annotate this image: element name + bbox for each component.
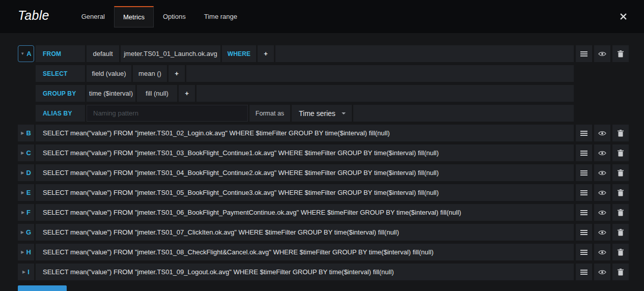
query-text[interactable]: SELECT mean("value") FROM "jmeter.TS01_0… <box>36 224 574 241</box>
query-row-e: ▶ E SELECT mean("value") FROM "jmeter.TS… <box>18 184 629 201</box>
query-text[interactable]: SELECT mean("value") FROM "jmeter.TS01_0… <box>36 164 574 181</box>
menu-icon <box>580 130 587 136</box>
toggle-visibility-button[interactable] <box>594 125 610 141</box>
tab-options[interactable]: Options <box>154 0 195 33</box>
metrics-editor: ▼ A FROM default jmeter.TS01_01_Launch.o… <box>0 33 644 291</box>
query-letter-label: I <box>27 268 30 276</box>
delete-query-button[interactable] <box>612 125 629 141</box>
toggle-visibility-button[interactable] <box>594 144 610 161</box>
close-editor-button[interactable] <box>618 11 629 22</box>
delete-query-button[interactable] <box>612 204 629 221</box>
query-collapse-toggle[interactable]: ▶ F <box>18 204 34 221</box>
query-row-i: ▶ I SELECT mean("value") FROM "jmeter.TS… <box>18 264 629 280</box>
measurement-segment[interactable]: jmeter.TS01_01_Launch.ok.avg <box>121 45 220 62</box>
query-text[interactable]: SELECT mean("value") FROM "jmeter.TS01_0… <box>36 264 574 280</box>
add-query-button[interactable] <box>18 285 67 291</box>
row-filler <box>197 85 574 102</box>
eye-icon <box>598 51 606 56</box>
delete-query-button[interactable] <box>612 224 629 241</box>
query-menu-button[interactable] <box>576 244 592 260</box>
toggle-visibility-button[interactable] <box>594 264 610 280</box>
query-menu-button[interactable] <box>576 184 592 201</box>
datasource-segment[interactable]: default <box>87 45 119 62</box>
query-collapse-toggle[interactable]: ▶ H <box>18 244 34 260</box>
add-groupby-part-button[interactable]: + <box>179 85 195 102</box>
delete-query-button[interactable] <box>612 264 629 280</box>
query-menu-button[interactable] <box>576 264 592 280</box>
query-a-groupby-row: GROUP BY time ($interval) fill (null) + <box>36 85 574 102</box>
eye-icon <box>598 131 606 136</box>
trash-icon <box>618 269 624 276</box>
add-where-condition-button[interactable]: + <box>258 45 274 62</box>
tab-general[interactable]: General <box>72 0 114 33</box>
caret-right-icon: ▶ <box>22 270 25 274</box>
query-collapse-toggle[interactable]: ▶ G <box>18 224 34 241</box>
delete-query-button[interactable] <box>612 184 629 201</box>
query-text[interactable]: SELECT mean("value") FROM "jmeter.TS01_0… <box>36 204 574 221</box>
eye-icon <box>598 230 606 235</box>
alias-input[interactable] <box>87 105 248 122</box>
groupby-time-segment[interactable]: time ($interval) <box>87 85 135 102</box>
format-as-select[interactable]: Time series <box>292 105 352 122</box>
format-as-label: Format as <box>249 105 290 122</box>
select-function-segment[interactable]: mean () <box>133 65 167 82</box>
tab-metrics[interactable]: Metrics <box>114 6 154 27</box>
eye-icon <box>598 210 606 215</box>
add-select-part-button[interactable]: + <box>169 65 185 82</box>
toggle-visibility-button[interactable] <box>594 204 610 221</box>
query-row-d: ▶ D SELECT mean("value") FROM "jmeter.TS… <box>18 164 629 181</box>
query-menu-button[interactable] <box>576 45 592 62</box>
trash-icon <box>618 249 624 256</box>
toggle-visibility-button[interactable] <box>594 184 610 201</box>
query-text[interactable]: SELECT mean("value") FROM "jmeter.TS01_0… <box>36 184 574 201</box>
trash-icon <box>618 130 624 137</box>
query-text[interactable]: SELECT mean("value") FROM "jmeter.TS01_0… <box>36 144 574 161</box>
caret-right-icon: ▶ <box>21 171 24 175</box>
delete-query-button[interactable] <box>612 244 629 260</box>
eye-icon <box>598 250 606 255</box>
delete-query-button[interactable] <box>612 144 629 161</box>
query-menu-button[interactable] <box>576 164 592 181</box>
menu-icon <box>580 249 587 255</box>
from-keyword: FROM <box>36 45 85 62</box>
query-collapse-toggle[interactable]: ▶ E <box>18 184 34 201</box>
query-text[interactable]: SELECT mean("value") FROM "jmeter.TS01_0… <box>36 244 574 260</box>
select-field-segment[interactable]: field (value) <box>87 65 131 82</box>
query-collapse-toggle[interactable]: ▶ C <box>18 144 34 161</box>
format-as-value: Time series <box>299 109 335 118</box>
query-row-f: ▶ F SELECT mean("value") FROM "jmeter.TS… <box>18 204 629 221</box>
query-menu-button[interactable] <box>576 224 592 241</box>
query-collapse-toggle[interactable]: ▶ D <box>18 164 34 181</box>
aliasby-keyword: ALIAS BY <box>36 105 85 122</box>
groupby-fill-segment[interactable]: fill (null) <box>137 85 177 102</box>
query-text[interactable]: SELECT mean("value") FROM "jmeter.TS01_0… <box>36 125 574 141</box>
menu-icon <box>580 170 587 176</box>
trash-icon <box>618 229 624 236</box>
caret-down-icon: ▼ <box>20 52 24 56</box>
eye-icon <box>598 151 606 156</box>
query-row-c: ▶ C SELECT mean("value") FROM "jmeter.TS… <box>18 144 629 161</box>
trash-icon <box>618 169 624 177</box>
query-collapse-toggle[interactable]: ▶ B <box>18 125 34 141</box>
query-menu-button[interactable] <box>576 204 592 221</box>
query-menu-button[interactable] <box>576 144 592 161</box>
panel-title: Table <box>18 8 49 23</box>
editor-tabs: General Metrics Options Time range <box>72 0 246 33</box>
menu-icon <box>580 269 587 275</box>
tab-time-range[interactable]: Time range <box>195 0 246 33</box>
query-menu-button[interactable] <box>576 125 592 141</box>
toggle-visibility-button[interactable] <box>594 224 610 241</box>
trash-icon <box>618 50 624 57</box>
caret-right-icon: ▶ <box>21 131 24 135</box>
caret-right-icon: ▶ <box>21 191 24 195</box>
menu-icon <box>580 51 587 57</box>
trash-icon <box>618 209 624 216</box>
query-collapse-toggle[interactable]: ▶ I <box>18 264 34 280</box>
delete-query-button[interactable] <box>612 45 629 62</box>
toggle-visibility-button[interactable] <box>594 45 610 62</box>
query-a-collapse-toggle[interactable]: ▼ A <box>18 45 34 62</box>
toggle-visibility-button[interactable] <box>594 244 610 260</box>
toggle-visibility-button[interactable] <box>594 164 610 181</box>
delete-query-button[interactable] <box>612 164 629 181</box>
chevron-down-icon <box>342 112 346 114</box>
